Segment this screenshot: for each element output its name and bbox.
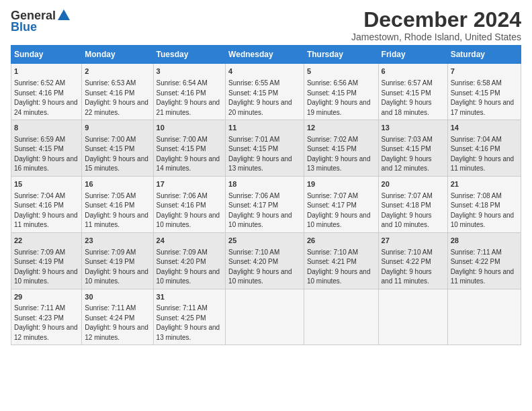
calendar-cell: 5Sunrise: 6:56 AMSunset: 4:15 PMDaylight… xyxy=(304,64,378,120)
svg-marker-0 xyxy=(58,9,70,20)
day-info: Sunrise: 7:02 AMSunset: 4:15 PMDaylight:… xyxy=(307,136,371,173)
day-number: 26 xyxy=(307,236,375,246)
calendar-cell: 2Sunrise: 6:53 AMSunset: 4:16 PMDaylight… xyxy=(82,64,153,120)
day-number: 7 xyxy=(451,66,518,77)
day-info: Sunrise: 6:52 AMSunset: 4:16 PMDaylight:… xyxy=(14,79,78,116)
col-saturday: Saturday xyxy=(447,46,521,64)
day-info: Sunrise: 7:03 AMSunset: 4:15 PMDaylight:… xyxy=(382,136,433,173)
col-thursday: Thursday xyxy=(304,46,378,64)
day-number: 10 xyxy=(157,123,223,133)
calendar-cell: 14Sunrise: 7:04 AMSunset: 4:16 PMDayligh… xyxy=(447,120,521,177)
calendar-cell: 13Sunrise: 7:03 AMSunset: 4:15 PMDayligh… xyxy=(378,120,447,177)
day-number: 1 xyxy=(14,66,79,77)
title-block: December 2024 Jamestown, Rhode Island, U… xyxy=(351,8,521,42)
calendar-cell: 27Sunrise: 7:10 AMSunset: 4:22 PMDayligh… xyxy=(378,232,447,289)
day-number: 11 xyxy=(228,123,301,133)
day-info: Sunrise: 6:53 AMSunset: 4:16 PMDaylight:… xyxy=(85,79,148,116)
calendar-week-row: 29Sunrise: 7:11 AMSunset: 4:23 PMDayligh… xyxy=(11,289,521,345)
day-info: Sunrise: 6:55 AMSunset: 4:15 PMDaylight:… xyxy=(228,79,292,116)
day-number: 5 xyxy=(307,66,375,77)
calendar-cell: 31Sunrise: 7:11 AMSunset: 4:25 PMDayligh… xyxy=(153,289,226,345)
day-number: 28 xyxy=(451,236,518,246)
col-friday: Friday xyxy=(378,46,447,64)
day-number: 22 xyxy=(14,236,79,246)
day-info: Sunrise: 7:00 AMSunset: 4:15 PMDaylight:… xyxy=(85,136,148,173)
calendar-cell: 18Sunrise: 7:06 AMSunset: 4:17 PMDayligh… xyxy=(226,176,304,232)
day-number: 6 xyxy=(382,66,445,77)
col-wednesday: Wednesday xyxy=(226,46,304,64)
calendar-cell: 7Sunrise: 6:58 AMSunset: 4:15 PMDaylight… xyxy=(447,64,521,120)
day-info: Sunrise: 7:10 AMSunset: 4:21 PMDaylight:… xyxy=(307,248,371,285)
day-info: Sunrise: 6:57 AMSunset: 4:15 PMDaylight:… xyxy=(382,79,433,116)
day-info: Sunrise: 7:06 AMSunset: 4:16 PMDaylight:… xyxy=(157,192,220,229)
day-number: 4 xyxy=(228,66,301,77)
day-number: 9 xyxy=(85,123,150,133)
calendar-cell: 4Sunrise: 6:55 AMSunset: 4:15 PMDaylight… xyxy=(226,64,304,120)
logo: General Blue xyxy=(11,8,71,34)
day-info: Sunrise: 7:04 AMSunset: 4:16 PMDaylight:… xyxy=(451,136,515,173)
day-number: 18 xyxy=(228,179,301,189)
day-info: Sunrise: 7:11 AMSunset: 4:23 PMDaylight:… xyxy=(14,304,78,341)
calendar-cell: 28Sunrise: 7:11 AMSunset: 4:22 PMDayligh… xyxy=(447,232,521,289)
calendar-cell: 15Sunrise: 7:04 AMSunset: 4:16 PMDayligh… xyxy=(11,176,82,232)
calendar-cell: 26Sunrise: 7:10 AMSunset: 4:21 PMDayligh… xyxy=(304,232,378,289)
calendar-cell: 8Sunrise: 6:59 AMSunset: 4:15 PMDaylight… xyxy=(11,120,82,177)
calendar-cell: 23Sunrise: 7:09 AMSunset: 4:19 PMDayligh… xyxy=(82,232,153,289)
day-number: 16 xyxy=(85,179,150,189)
calendar-cell xyxy=(378,289,447,345)
calendar-week-row: 15Sunrise: 7:04 AMSunset: 4:16 PMDayligh… xyxy=(11,176,521,232)
day-info: Sunrise: 6:59 AMSunset: 4:15 PMDaylight:… xyxy=(14,136,78,173)
day-info: Sunrise: 7:06 AMSunset: 4:17 PMDaylight:… xyxy=(228,192,292,229)
calendar-cell: 21Sunrise: 7:08 AMSunset: 4:18 PMDayligh… xyxy=(447,176,521,232)
header: General Blue December 2024 Jamestown, Rh… xyxy=(11,8,521,42)
day-info: Sunrise: 7:11 AMSunset: 4:22 PMDaylight:… xyxy=(451,248,515,285)
header-row: Sunday Monday Tuesday Wednesday Thursday… xyxy=(11,46,521,64)
day-info: Sunrise: 7:10 AMSunset: 4:22 PMDaylight:… xyxy=(382,248,433,285)
day-info: Sunrise: 7:09 AMSunset: 4:20 PMDaylight:… xyxy=(157,248,220,285)
calendar-table: Sunday Monday Tuesday Wednesday Thursday… xyxy=(11,45,521,345)
calendar-cell: 3Sunrise: 6:54 AMSunset: 4:16 PMDaylight… xyxy=(153,64,226,120)
day-info: Sunrise: 7:08 AMSunset: 4:18 PMDaylight:… xyxy=(451,192,515,229)
calendar-cell: 16Sunrise: 7:05 AMSunset: 4:16 PMDayligh… xyxy=(82,176,153,232)
day-info: Sunrise: 7:09 AMSunset: 4:19 PMDaylight:… xyxy=(14,248,78,285)
calendar-cell: 1Sunrise: 6:52 AMSunset: 4:16 PMDaylight… xyxy=(11,64,82,120)
col-monday: Monday xyxy=(82,46,153,64)
calendar-cell xyxy=(447,289,521,345)
day-number: 23 xyxy=(85,236,150,246)
calendar-cell: 25Sunrise: 7:10 AMSunset: 4:20 PMDayligh… xyxy=(226,232,304,289)
day-number: 24 xyxy=(157,236,223,246)
day-info: Sunrise: 7:11 AMSunset: 4:25 PMDaylight:… xyxy=(157,304,220,341)
calendar-cell: 9Sunrise: 7:00 AMSunset: 4:15 PMDaylight… xyxy=(82,120,153,177)
day-number: 3 xyxy=(157,66,223,77)
day-number: 2 xyxy=(85,66,150,77)
day-number: 14 xyxy=(451,123,518,133)
day-info: Sunrise: 7:10 AMSunset: 4:20 PMDaylight:… xyxy=(228,248,292,285)
calendar-cell xyxy=(226,289,304,345)
calendar-cell: 20Sunrise: 7:07 AMSunset: 4:18 PMDayligh… xyxy=(378,176,447,232)
calendar-week-row: 22Sunrise: 7:09 AMSunset: 4:19 PMDayligh… xyxy=(11,232,521,289)
day-info: Sunrise: 6:54 AMSunset: 4:16 PMDaylight:… xyxy=(157,79,220,116)
day-number: 31 xyxy=(157,292,223,302)
main-title: December 2024 xyxy=(351,8,521,32)
day-number: 20 xyxy=(382,179,445,189)
calendar-cell: 24Sunrise: 7:09 AMSunset: 4:20 PMDayligh… xyxy=(153,232,226,289)
calendar-week-row: 1Sunrise: 6:52 AMSunset: 4:16 PMDaylight… xyxy=(11,64,521,120)
day-number: 30 xyxy=(85,292,150,302)
day-number: 27 xyxy=(382,236,445,246)
day-info: Sunrise: 7:11 AMSunset: 4:24 PMDaylight:… xyxy=(85,304,148,341)
calendar-cell: 12Sunrise: 7:02 AMSunset: 4:15 PMDayligh… xyxy=(304,120,378,177)
calendar-cell: 29Sunrise: 7:11 AMSunset: 4:23 PMDayligh… xyxy=(11,289,82,345)
day-info: Sunrise: 7:09 AMSunset: 4:19 PMDaylight:… xyxy=(85,248,148,285)
day-info: Sunrise: 7:00 AMSunset: 4:15 PMDaylight:… xyxy=(157,136,220,173)
day-info: Sunrise: 6:56 AMSunset: 4:15 PMDaylight:… xyxy=(307,79,371,116)
calendar-cell: 10Sunrise: 7:00 AMSunset: 4:15 PMDayligh… xyxy=(153,120,226,177)
day-info: Sunrise: 7:07 AMSunset: 4:17 PMDaylight:… xyxy=(307,192,371,229)
calendar-week-row: 8Sunrise: 6:59 AMSunset: 4:15 PMDaylight… xyxy=(11,120,521,177)
day-number: 19 xyxy=(307,179,375,189)
calendar-cell: 22Sunrise: 7:09 AMSunset: 4:19 PMDayligh… xyxy=(11,232,82,289)
calendar-cell xyxy=(304,289,378,345)
day-info: Sunrise: 7:07 AMSunset: 4:18 PMDaylight:… xyxy=(382,192,433,229)
day-info: Sunrise: 7:05 AMSunset: 4:16 PMDaylight:… xyxy=(85,192,148,229)
calendar-cell: 17Sunrise: 7:06 AMSunset: 4:16 PMDayligh… xyxy=(153,176,226,232)
calendar-cell: 19Sunrise: 7:07 AMSunset: 4:17 PMDayligh… xyxy=(304,176,378,232)
